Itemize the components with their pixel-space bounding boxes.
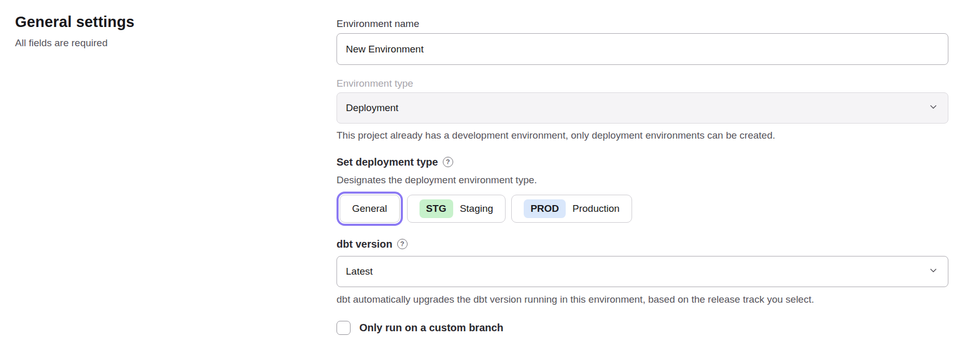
- deployment-type-general-button[interactable]: General: [340, 195, 400, 223]
- help-question-icon[interactable]: ?: [443, 157, 453, 167]
- production-badge: PROD: [524, 199, 566, 218]
- dbt-version-value: Latest: [346, 266, 373, 277]
- environment-type-value: Deployment: [346, 102, 398, 114]
- custom-branch-label: Only run on a custom branch: [359, 322, 503, 334]
- custom-branch-checkbox[interactable]: [337, 321, 351, 335]
- help-question-icon[interactable]: ?: [397, 239, 408, 249]
- page-title: General settings: [15, 13, 337, 31]
- dbt-version-select[interactable]: Latest: [337, 256, 948, 287]
- general-settings-page: General settings All fields are required…: [0, 0, 980, 352]
- environment-type-helper: This project already has a development e…: [337, 129, 948, 142]
- deployment-type-production-button[interactable]: PROD Production: [511, 195, 632, 223]
- environment-type-select[interactable]: Deployment: [337, 92, 948, 124]
- environment-name-label: Environment name: [337, 18, 948, 30]
- dbt-version-heading: dbt version ?: [337, 237, 948, 251]
- dbt-version-heading-label: dbt version: [337, 237, 393, 251]
- deployment-type-heading-label: Set deployment type: [337, 155, 438, 169]
- environment-name-input[interactable]: [337, 33, 948, 65]
- production-button-label: Production: [572, 203, 620, 214]
- deployment-type-description: Designates the deployment environment ty…: [337, 173, 948, 186]
- settings-header: General settings All fields are required: [0, 0, 337, 352]
- settings-form: Environment name Environment type Deploy…: [337, 0, 948, 352]
- staging-button-label: Staging: [460, 203, 493, 214]
- deployment-type-heading: Set deployment type ?: [337, 155, 948, 169]
- deployment-type-options: General STG Staging PROD Production: [337, 195, 948, 223]
- dbt-version-helper: dbt automatically upgrades the dbt versi…: [337, 293, 948, 306]
- chevron-down-icon: [929, 266, 938, 278]
- custom-branch-row: Only run on a custom branch: [337, 321, 948, 335]
- deployment-type-staging-button[interactable]: STG Staging: [407, 195, 506, 223]
- page-subtitle: All fields are required: [15, 37, 337, 49]
- staging-badge: STG: [419, 199, 453, 218]
- environment-type-label: Environment type: [337, 77, 948, 90]
- general-button-label: General: [352, 203, 387, 214]
- chevron-down-icon: [929, 102, 938, 114]
